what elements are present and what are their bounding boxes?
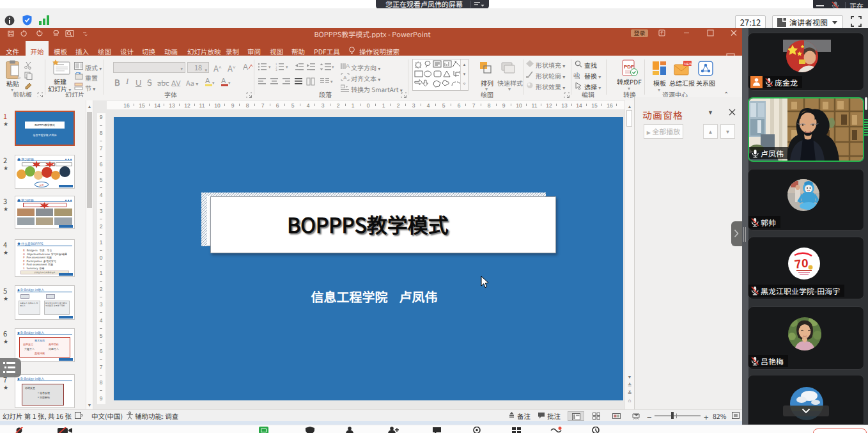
svg-text:A: A <box>346 63 350 69</box>
svg-text:▾: ▾ <box>330 78 333 84</box>
svg-text:3: 3 <box>322 102 325 109</box>
svg-text:2: 2 <box>100 286 103 292</box>
svg-text:▾: ▾ <box>286 63 288 70</box>
svg-text:12: 12 <box>546 102 552 109</box>
svg-text:2: 2 <box>337 102 340 109</box>
svg-text:13: 13 <box>169 102 175 109</box>
svg-text:A: A <box>205 77 210 84</box>
svg-text:A: A <box>343 75 347 81</box>
svg-text:3: 3 <box>275 68 277 71</box>
svg-text:1: 1 <box>382 102 385 109</box>
svg-text:▾: ▾ <box>228 79 231 86</box>
svg-text:▾: ▾ <box>332 63 334 70</box>
svg-text:10: 10 <box>214 102 221 109</box>
svg-text:NEW: NEW <box>685 62 693 66</box>
svg-text:▾: ▾ <box>268 63 271 70</box>
svg-text:2: 2 <box>100 223 103 230</box>
svg-text:7: 7 <box>100 364 103 370</box>
svg-text:8: 8 <box>246 102 249 109</box>
svg-text:6: 6 <box>100 348 103 354</box>
svg-text:7: 7 <box>100 145 103 152</box>
svg-text:11: 11 <box>532 102 538 109</box>
svg-text:4: 4 <box>100 192 103 198</box>
svg-text:▾: ▾ <box>212 79 215 86</box>
svg-text:13: 13 <box>561 102 568 109</box>
svg-text:0: 0 <box>367 102 370 109</box>
svg-text:12: 12 <box>184 102 190 109</box>
svg-text:5: 5 <box>100 333 103 339</box>
svg-text:2: 2 <box>397 102 400 109</box>
svg-text:14: 14 <box>154 102 160 109</box>
svg-text:3: 3 <box>100 301 103 308</box>
svg-text:1: 1 <box>100 239 103 246</box>
svg-text:5: 5 <box>100 177 103 183</box>
svg-text:7: 7 <box>261 102 265 109</box>
svg-text:15: 15 <box>139 102 145 109</box>
svg-text:9: 9 <box>231 102 235 109</box>
svg-text:16: 16 <box>607 102 613 109</box>
svg-text:0: 0 <box>100 255 103 261</box>
svg-text:9: 9 <box>100 114 103 120</box>
svg-text:4: 4 <box>307 102 310 109</box>
svg-text:5: 5 <box>442 102 446 109</box>
svg-text:14: 14 <box>576 102 582 109</box>
svg-text:3: 3 <box>100 208 103 214</box>
svg-text:0: 0 <box>802 256 809 270</box>
svg-text:11: 11 <box>199 102 205 109</box>
svg-text:A: A <box>221 77 226 84</box>
svg-text:15: 15 <box>591 102 598 109</box>
svg-text:7: 7 <box>472 102 476 109</box>
svg-text:6: 6 <box>458 102 461 109</box>
svg-text:1: 1 <box>352 102 355 109</box>
svg-text:3: 3 <box>412 102 415 109</box>
svg-text:8: 8 <box>100 130 103 136</box>
svg-text:5: 5 <box>291 102 295 109</box>
svg-text:10: 10 <box>516 102 522 109</box>
svg-text:1: 1 <box>100 270 103 276</box>
svg-text:9: 9 <box>100 395 103 402</box>
svg-text:4: 4 <box>100 317 103 324</box>
svg-text:8: 8 <box>100 379 103 386</box>
svg-text:4: 4 <box>427 102 430 109</box>
svg-text:A: A <box>243 63 248 72</box>
svg-text:6: 6 <box>276 102 279 109</box>
svg-text:16: 16 <box>123 102 130 109</box>
svg-text:8: 8 <box>488 102 491 109</box>
svg-text:6: 6 <box>100 161 103 168</box>
svg-text:9: 9 <box>502 102 506 109</box>
